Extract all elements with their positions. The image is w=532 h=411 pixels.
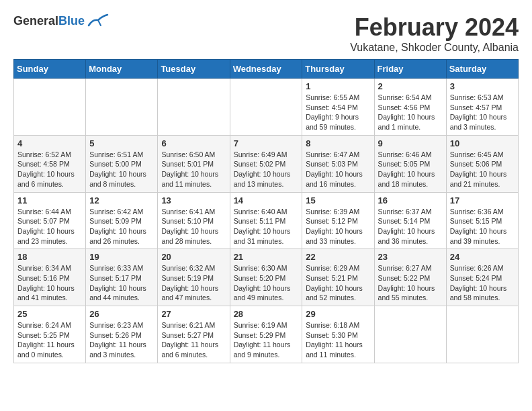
day-number: 27 [161, 309, 226, 319]
day-info: Sunrise: 6:42 AM Sunset: 5:09 PM Dayligh… [89, 207, 154, 246]
calendar-week-row: 1Sunrise: 6:55 AM Sunset: 4:54 PM Daylig… [14, 79, 519, 136]
calendar-cell [158, 79, 230, 136]
day-info: Sunrise: 6:27 AM Sunset: 5:22 PM Dayligh… [378, 263, 443, 303]
logo: GeneralBlue [13, 13, 109, 28]
calendar-cell: 24Sunrise: 6:26 AM Sunset: 5:24 PM Dayli… [446, 249, 518, 306]
day-info: Sunrise: 6:23 AM Sunset: 5:26 PM Dayligh… [89, 320, 154, 360]
calendar-cell [230, 79, 302, 136]
calendar-cell: 22Sunrise: 6:29 AM Sunset: 5:21 PM Dayli… [302, 249, 374, 306]
day-info: Sunrise: 6:45 AM Sunset: 5:06 PM Dayligh… [450, 150, 515, 189]
calendar-cell: 13Sunrise: 6:41 AM Sunset: 5:10 PM Dayli… [158, 192, 230, 249]
day-info: Sunrise: 6:44 AM Sunset: 5:07 PM Dayligh… [17, 207, 82, 246]
logo-general: General [13, 14, 58, 28]
day-number: 18 [17, 252, 82, 262]
calendar-cell: 26Sunrise: 6:23 AM Sunset: 5:26 PM Dayli… [86, 306, 158, 363]
calendar-cell: 1Sunrise: 6:55 AM Sunset: 4:54 PM Daylig… [302, 79, 374, 136]
calendar-cell: 19Sunrise: 6:33 AM Sunset: 5:17 PM Dayli… [86, 249, 158, 306]
calendar-cell: 17Sunrise: 6:36 AM Sunset: 5:15 PM Dayli… [446, 192, 518, 249]
day-info: Sunrise: 6:26 AM Sunset: 5:24 PM Dayligh… [450, 263, 515, 303]
calendar-cell: 8Sunrise: 6:47 AM Sunset: 5:03 PM Daylig… [302, 135, 374, 192]
day-info: Sunrise: 6:32 AM Sunset: 5:19 PM Dayligh… [161, 263, 226, 303]
main-title: February 2024 [350, 13, 519, 42]
day-info: Sunrise: 6:34 AM Sunset: 5:16 PM Dayligh… [17, 263, 82, 303]
day-number: 20 [161, 252, 226, 262]
day-number: 9 [378, 138, 443, 148]
calendar-cell: 4Sunrise: 6:52 AM Sunset: 4:58 PM Daylig… [14, 135, 86, 192]
calendar-cell: 20Sunrise: 6:32 AM Sunset: 5:19 PM Dayli… [158, 249, 230, 306]
day-info: Sunrise: 6:51 AM Sunset: 5:00 PM Dayligh… [89, 150, 154, 189]
calendar-cell: 14Sunrise: 6:40 AM Sunset: 5:11 PM Dayli… [230, 192, 302, 249]
day-number: 29 [306, 309, 370, 319]
day-number: 28 [234, 309, 299, 319]
day-number: 14 [234, 195, 299, 205]
calendar-cell: 5Sunrise: 6:51 AM Sunset: 5:00 PM Daylig… [86, 135, 158, 192]
calendar-day-header: Wednesday [230, 60, 302, 79]
calendar-week-row: 25Sunrise: 6:24 AM Sunset: 5:25 PM Dayli… [14, 306, 519, 363]
day-info: Sunrise: 6:46 AM Sunset: 5:05 PM Dayligh… [378, 150, 443, 189]
calendar-cell: 6Sunrise: 6:50 AM Sunset: 5:01 PM Daylig… [158, 135, 230, 192]
day-number: 19 [89, 252, 154, 262]
calendar-week-row: 11Sunrise: 6:44 AM Sunset: 5:07 PM Dayli… [14, 192, 519, 249]
calendar-cell: 27Sunrise: 6:21 AM Sunset: 5:27 PM Dayli… [158, 306, 230, 363]
day-number: 23 [378, 252, 443, 262]
calendar-cell [14, 79, 86, 136]
calendar-week-row: 4Sunrise: 6:52 AM Sunset: 4:58 PM Daylig… [14, 135, 519, 192]
day-info: Sunrise: 6:37 AM Sunset: 5:14 PM Dayligh… [378, 207, 443, 246]
day-info: Sunrise: 6:36 AM Sunset: 5:15 PM Dayligh… [450, 207, 515, 246]
calendar-cell: 21Sunrise: 6:30 AM Sunset: 5:20 PM Dayli… [230, 249, 302, 306]
calendar-cell: 2Sunrise: 6:54 AM Sunset: 4:56 PM Daylig… [374, 79, 446, 136]
calendar-week-row: 18Sunrise: 6:34 AM Sunset: 5:16 PM Dayli… [14, 249, 519, 306]
day-info: Sunrise: 6:50 AM Sunset: 5:01 PM Dayligh… [161, 150, 226, 189]
day-info: Sunrise: 6:19 AM Sunset: 5:29 PM Dayligh… [234, 320, 299, 360]
day-info: Sunrise: 6:24 AM Sunset: 5:25 PM Dayligh… [17, 320, 82, 360]
calendar-cell [374, 306, 446, 363]
day-info: Sunrise: 6:39 AM Sunset: 5:12 PM Dayligh… [306, 207, 370, 246]
calendar-cell: 18Sunrise: 6:34 AM Sunset: 5:16 PM Dayli… [14, 249, 86, 306]
day-info: Sunrise: 6:55 AM Sunset: 4:54 PM Dayligh… [306, 93, 370, 132]
subtitle: Vukatane, Shkoder County, Albania [350, 42, 519, 54]
day-info: Sunrise: 6:41 AM Sunset: 5:10 PM Dayligh… [161, 207, 226, 246]
day-info: Sunrise: 6:53 AM Sunset: 4:57 PM Dayligh… [450, 93, 515, 132]
day-info: Sunrise: 6:18 AM Sunset: 5:30 PM Dayligh… [306, 320, 370, 360]
header-row: SundayMondayTuesdayWednesdayThursdayFrid… [14, 60, 519, 79]
calendar-day-header: Friday [374, 60, 446, 79]
page-header: GeneralBlue February 2024 Vukatane, Shko… [13, 13, 519, 54]
day-number: 13 [161, 195, 226, 205]
logo-text: GeneralBlue [13, 14, 85, 28]
calendar-day-header: Monday [86, 60, 158, 79]
calendar-cell: 9Sunrise: 6:46 AM Sunset: 5:05 PM Daylig… [374, 135, 446, 192]
day-number: 4 [17, 138, 82, 148]
calendar-cell: 11Sunrise: 6:44 AM Sunset: 5:07 PM Dayli… [14, 192, 86, 249]
day-number: 26 [89, 309, 154, 319]
day-number: 12 [89, 195, 154, 205]
day-number: 11 [17, 195, 82, 205]
day-number: 8 [306, 138, 370, 148]
calendar-cell: 16Sunrise: 6:37 AM Sunset: 5:14 PM Dayli… [374, 192, 446, 249]
day-info: Sunrise: 6:47 AM Sunset: 5:03 PM Dayligh… [306, 150, 370, 189]
calendar-cell: 23Sunrise: 6:27 AM Sunset: 5:22 PM Dayli… [374, 249, 446, 306]
calendar-cell: 12Sunrise: 6:42 AM Sunset: 5:09 PM Dayli… [86, 192, 158, 249]
day-info: Sunrise: 6:29 AM Sunset: 5:21 PM Dayligh… [306, 263, 370, 303]
calendar-cell: 10Sunrise: 6:45 AM Sunset: 5:06 PM Dayli… [446, 135, 518, 192]
day-number: 6 [161, 138, 226, 148]
calendar-day-header: Thursday [302, 60, 374, 79]
calendar-body: 1Sunrise: 6:55 AM Sunset: 4:54 PM Daylig… [14, 79, 519, 363]
day-number: 16 [378, 195, 443, 205]
day-info: Sunrise: 6:30 AM Sunset: 5:20 PM Dayligh… [234, 263, 299, 303]
day-info: Sunrise: 6:52 AM Sunset: 4:58 PM Dayligh… [17, 150, 82, 189]
calendar-header: SundayMondayTuesdayWednesdayThursdayFrid… [14, 60, 519, 79]
calendar-cell: 29Sunrise: 6:18 AM Sunset: 5:30 PM Dayli… [302, 306, 374, 363]
calendar-day-header: Tuesday [158, 60, 230, 79]
day-number: 25 [17, 309, 82, 319]
logo-blue: Blue [58, 14, 85, 28]
calendar-table: SundayMondayTuesdayWednesdayThursdayFrid… [13, 59, 519, 363]
day-number: 2 [378, 81, 443, 91]
calendar-day-header: Sunday [14, 60, 86, 79]
day-info: Sunrise: 6:54 AM Sunset: 4:56 PM Dayligh… [378, 93, 443, 132]
title-area: February 2024 Vukatane, Shkoder County, … [350, 13, 519, 54]
day-number: 5 [89, 138, 154, 148]
day-number: 1 [306, 81, 370, 91]
day-info: Sunrise: 6:33 AM Sunset: 5:17 PM Dayligh… [89, 263, 154, 303]
calendar-cell: 7Sunrise: 6:49 AM Sunset: 5:02 PM Daylig… [230, 135, 302, 192]
logo-bird-icon [87, 13, 109, 28]
